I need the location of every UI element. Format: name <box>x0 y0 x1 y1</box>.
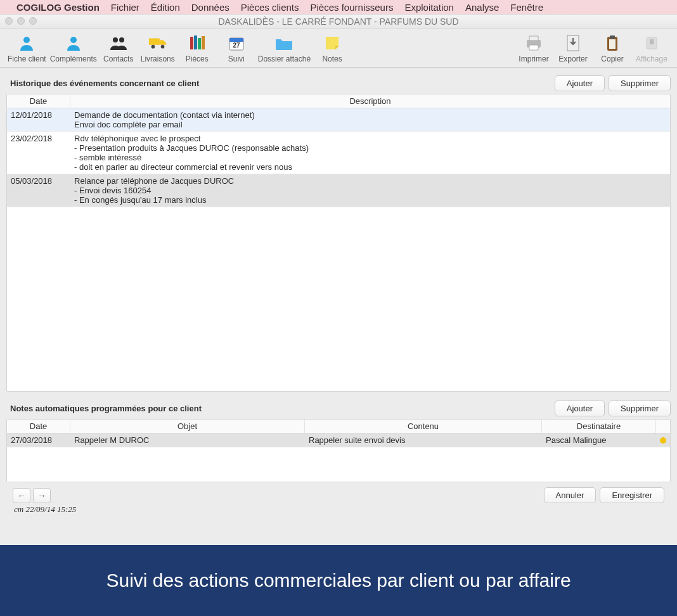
arrow-left-icon: ← <box>17 491 26 501</box>
notes-delete-button[interactable]: Supprimer <box>609 401 671 416</box>
history-cell-date: 23/02/2018 <box>7 132 70 174</box>
svg-rect-9 <box>198 38 201 49</box>
export-icon <box>563 33 583 53</box>
svg-rect-10 <box>202 36 205 49</box>
svg-point-0 <box>23 37 30 43</box>
caption-bar: Suivi des actions commerciales par clien… <box>0 545 677 616</box>
menu-fichier[interactable]: Fichier <box>111 2 139 13</box>
history-title: Historique des événements concernant ce … <box>6 79 199 88</box>
toolbar-dossier-attache[interactable]: Dossier attaché <box>258 33 311 63</box>
toolbar-contacts[interactable]: Contacts <box>101 33 136 63</box>
notes-tbody[interactable]: 27/03/2018 Rappeler M DUROC Rappeler sui… <box>7 433 670 482</box>
app-name[interactable]: COGILOG Gestion <box>16 2 100 13</box>
history-col-date[interactable]: Date <box>7 94 70 108</box>
notes-header: Notes automatiques programmées pour ce c… <box>6 401 671 416</box>
svg-rect-4 <box>149 38 160 44</box>
menu-pieces-clients[interactable]: Pièces clients <box>241 2 299 13</box>
history-row[interactable]: 05/03/2018 Relance par téléphone de Jacq… <box>7 174 670 207</box>
folder-icon <box>274 33 294 53</box>
toolbar-notes[interactable]: Notes <box>314 33 350 63</box>
footer-bar: ← → Annuler Enregistrer <box>6 482 671 504</box>
notes-col-status <box>656 420 670 433</box>
notes-cell-contenu: Rappeler suite envoi devis <box>305 433 542 447</box>
menu-edition[interactable]: Édition <box>151 2 180 13</box>
toolbar-pieces[interactable]: Pièces <box>179 33 215 63</box>
window: DASKALIDÈS - LE CARRÉ FONDANT - PARFUMS … <box>0 14 677 545</box>
calendar-icon: 27 <box>226 33 247 53</box>
notes-col-contenu[interactable]: Contenu <box>305 420 542 433</box>
notes-row[interactable]: 27/03/2018 Rappeler M DUROC Rappeler sui… <box>7 433 670 447</box>
toolbar-affichage[interactable]: Affichage <box>634 33 669 63</box>
history-col-description[interactable]: Description <box>70 94 670 108</box>
toolbar-exporter[interactable]: Exporter <box>555 33 591 63</box>
notes-cell-date: 27/03/2018 <box>7 433 70 447</box>
zoom-dot[interactable] <box>29 17 37 25</box>
menu-fenetre[interactable]: Fenêtre <box>510 2 543 13</box>
svg-text:27: 27 <box>233 42 240 49</box>
history-cell-date: 12/01/2018 <box>7 108 70 131</box>
history-cell-date: 05/03/2018 <box>7 174 70 207</box>
window-title: DASKALIDÈS - LE CARRÉ FONDANT - PARFUMS … <box>218 16 458 27</box>
notes-cell-destinataire: Pascal Malingue <box>542 433 656 447</box>
history-table: Date Description 12/01/2018 Demande de d… <box>6 94 671 392</box>
toolbar-imprimer[interactable]: Imprimer <box>516 33 551 63</box>
menu-pieces-fournisseurs[interactable]: Pièces fournisseurs <box>311 2 394 13</box>
toolbar-label: Notes <box>322 55 342 63</box>
notes-add-button[interactable]: Ajouter <box>555 401 605 416</box>
content-area: Historique des événements concernant ce … <box>0 68 677 545</box>
nav-next-button[interactable]: → <box>33 488 51 503</box>
menu-exploitation[interactable]: Exploitation <box>404 2 454 13</box>
menu-donnees[interactable]: Données <box>191 2 229 13</box>
notes-cell-objet: Rappeler M DUROC <box>70 433 305 447</box>
notes-thead: Date Objet Contenu Destinataire <box>7 420 670 433</box>
history-add-button[interactable]: Ajouter <box>555 75 605 91</box>
svg-rect-22 <box>650 39 654 44</box>
nav-prev-button[interactable]: ← <box>13 488 30 503</box>
history-tbody[interactable]: 12/01/2018 Demande de documentation (con… <box>7 108 670 391</box>
toolbar-label: Compléments <box>50 55 97 63</box>
traffic-lights <box>5 17 37 25</box>
toolbar-label: Exporter <box>558 55 587 63</box>
group-icon <box>108 33 129 53</box>
svg-point-5 <box>151 45 155 49</box>
svg-point-3 <box>119 37 124 42</box>
clipboard-icon <box>602 33 622 53</box>
switch-icon <box>642 33 662 53</box>
window-titlebar: DASKALIDÈS - LE CARRÉ FONDANT - PARFUMS … <box>0 15 677 29</box>
toolbar-label: Dossier attaché <box>258 55 311 63</box>
caption-text: Suivi des actions commerciales par clien… <box>106 570 571 591</box>
toolbar-copier[interactable]: Copier <box>595 33 630 63</box>
menu-analyse[interactable]: Analyse <box>465 2 499 13</box>
person-icon <box>16 33 37 53</box>
notes-col-objet[interactable]: Objet <box>70 420 305 433</box>
history-delete-button[interactable]: Supprimer <box>609 75 671 91</box>
toolbar-label: Livraisons <box>141 55 175 63</box>
toolbar-label: Pièces <box>186 55 209 63</box>
svg-point-2 <box>113 37 118 42</box>
svg-rect-16 <box>529 45 538 50</box>
status-dot-icon <box>660 437 666 444</box>
toolbar: Fiche client Compléments Contacts Livrai… <box>0 29 677 68</box>
history-cell-desc: Relance par téléphone de Jacques DUROC -… <box>70 174 670 207</box>
save-button[interactable]: Enregistrer <box>600 487 664 503</box>
toolbar-suivi[interactable]: 27 Suivi <box>219 33 254 63</box>
arrow-right-icon: → <box>37 491 46 501</box>
close-dot[interactable] <box>5 17 13 25</box>
notes-col-date[interactable]: Date <box>7 420 70 433</box>
toolbar-label: Affichage <box>636 55 667 63</box>
svg-rect-19 <box>610 35 615 39</box>
toolbar-livraisons[interactable]: Livraisons <box>140 33 176 63</box>
history-header: Historique des événements concernant ce … <box>6 75 671 91</box>
svg-rect-8 <box>194 35 197 49</box>
notes-table: Date Objet Contenu Destinataire 27/03/20… <box>6 419 671 482</box>
toolbar-complements[interactable]: Compléments <box>50 33 97 63</box>
cancel-button[interactable]: Annuler <box>544 487 596 503</box>
toolbar-label: Contacts <box>103 55 133 63</box>
svg-rect-20 <box>609 39 616 49</box>
history-row[interactable]: 23/02/2018 Rdv téléphonique avec le pros… <box>7 132 670 174</box>
notes-col-destinataire[interactable]: Destinataire <box>542 420 656 433</box>
toolbar-fiche-client[interactable]: Fiche client <box>8 33 46 63</box>
history-row[interactable]: 12/01/2018 Demande de documentation (con… <box>7 108 670 132</box>
minimize-dot[interactable] <box>17 17 25 25</box>
toolbar-label: Suivi <box>228 55 245 63</box>
